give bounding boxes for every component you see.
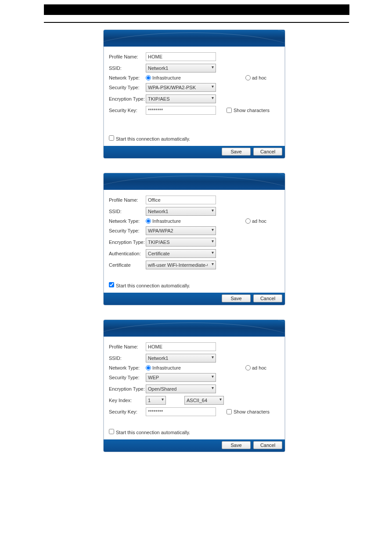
profile-name-input[interactable] — [146, 52, 216, 61]
label-authentication: Authentication: — [109, 251, 146, 256]
start-auto-checkbox[interactable]: Start this connection automatically. — [109, 282, 190, 288]
security-key-input[interactable] — [146, 106, 216, 115]
panel-header — [104, 320, 285, 337]
encryption-type-select[interactable]: TKIP/AES — [146, 238, 216, 247]
save-button[interactable]: Save — [222, 294, 251, 302]
cancel-button[interactable]: Cancel — [253, 148, 282, 156]
radio-infrastructure[interactable]: Infrastructure — [146, 218, 181, 224]
label-profile-name: Profile Name: — [109, 344, 146, 349]
label-ssid: SSID: — [109, 65, 146, 71]
radio-adhoc[interactable]: ad hoc — [245, 75, 266, 80]
ssid-select[interactable]: Network1 — [146, 207, 216, 216]
label-security-type: Security Type: — [109, 85, 146, 90]
ssid-select[interactable]: Network1 — [146, 64, 216, 73]
label-encryption-type: Encryption Type: — [109, 239, 146, 245]
label-network-type: Network Type: — [109, 218, 146, 224]
start-auto-label: Start this connection automatically. — [116, 283, 190, 288]
page-header-bar — [44, 4, 349, 15]
security-type-select[interactable]: WEP — [146, 373, 216, 382]
encryption-type-select[interactable]: Open/Shared — [146, 385, 216, 393]
profile-panel-1: Profile Name: SSID: Network1 Network Typ… — [103, 29, 285, 159]
start-auto-label: Start this connection automatically. — [116, 430, 190, 435]
profile-panel-3: Profile Name: SSID: Network1 Network Typ… — [103, 319, 285, 452]
label-certificate: Certificate — [109, 262, 146, 268]
show-characters-label: Show characters — [234, 108, 270, 113]
label-network-type: Network Type: — [109, 365, 146, 370]
show-characters-label: Show characters — [234, 409, 270, 414]
label-profile-name: Profile Name: — [109, 197, 146, 203]
label-ssid: SSID: — [109, 209, 146, 214]
radio-adhoc[interactable]: ad hoc — [245, 365, 266, 370]
radio-adhoc-label: ad hoc — [252, 218, 266, 224]
label-security-type: Security Type: — [109, 375, 146, 380]
label-encryption-type: Encryption Type: — [109, 96, 146, 102]
radio-adhoc-label: ad hoc — [252, 365, 266, 370]
panel-header — [104, 173, 285, 190]
header-divider — [44, 22, 349, 23]
label-profile-name: Profile Name: — [109, 54, 146, 59]
show-characters-checkbox[interactable]: Show characters — [227, 409, 270, 414]
key-format-select[interactable]: ASCII_64 — [184, 396, 224, 405]
radio-infrastructure-label: Infrastructure — [152, 75, 181, 80]
cancel-button[interactable]: Cancel — [253, 441, 282, 449]
label-security-key: Security Key: — [109, 409, 146, 414]
save-button[interactable]: Save — [222, 148, 251, 156]
security-type-select[interactable]: WPA/WPA2 — [146, 226, 216, 235]
label-security-type: Security Type: — [109, 228, 146, 233]
security-key-input[interactable] — [146, 407, 216, 416]
label-encryption-type: Encryption Type: — [109, 386, 146, 392]
label-network-type: Network Type: — [109, 75, 146, 80]
authentication-select[interactable]: Certificate — [146, 249, 216, 258]
start-auto-checkbox[interactable]: Start this connection automatically. — [109, 429, 190, 435]
key-index-select[interactable]: 1 — [146, 396, 166, 405]
panel-header — [104, 30, 285, 47]
radio-infrastructure-label: Infrastructure — [152, 365, 181, 370]
security-type-select[interactable]: WPA-PSK/WPA2-PSK — [146, 83, 216, 92]
radio-infrastructure-label: Infrastructure — [152, 218, 181, 224]
start-auto-checkbox[interactable]: Start this connection automatically. — [109, 135, 190, 141]
profile-name-input[interactable] — [146, 196, 216, 204]
label-key-index: Key Index: — [109, 398, 146, 403]
radio-adhoc-label: ad hoc — [252, 75, 266, 80]
radio-adhoc[interactable]: ad hoc — [245, 218, 266, 224]
cancel-button[interactable]: Cancel — [253, 294, 282, 302]
label-ssid: SSID: — [109, 355, 146, 361]
ssid-select[interactable]: Network1 — [146, 354, 216, 363]
encryption-type-select[interactable]: TKIP/AES — [146, 94, 216, 103]
show-characters-checkbox[interactable]: Show characters — [227, 108, 270, 113]
profile-panel-2: Profile Name: SSID: Network1 Network Typ… — [103, 173, 285, 305]
save-button[interactable]: Save — [222, 441, 251, 449]
radio-infrastructure[interactable]: Infrastructure — [146, 365, 181, 370]
radio-infrastructure[interactable]: Infrastructure — [146, 75, 181, 80]
start-auto-label: Start this connection automatically. — [116, 136, 190, 141]
certificate-select[interactable]: wifi-user WiFi-Intermediate-CA- — [146, 261, 216, 269]
profile-name-input[interactable] — [146, 342, 216, 351]
label-security-key: Security Key: — [109, 108, 146, 113]
